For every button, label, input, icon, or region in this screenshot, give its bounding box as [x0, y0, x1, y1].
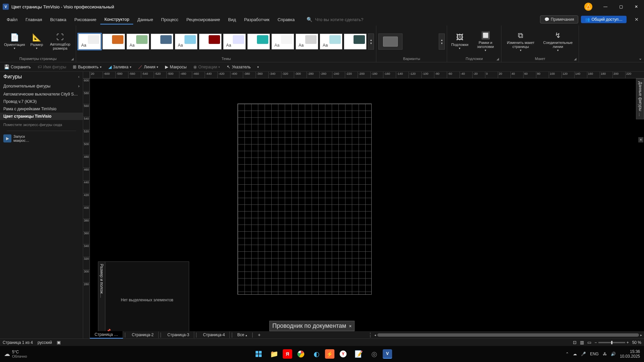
variants-more-button[interactable]: ▴▾ — [439, 34, 445, 50]
shape-data-panel-tab[interactable]: Данные фигуры … — [636, 78, 644, 119]
borders-button[interactable]: 🔲 Рамки и заголовки ▾ — [472, 30, 499, 53]
tell-me-search[interactable]: 🔍 — [307, 17, 382, 22]
size-button[interactable]: 📐 Размер ▾ — [28, 32, 45, 51]
pointer-button[interactable]: ↖Указатель — [225, 64, 252, 70]
connectors-button[interactable]: ↯ Соединительные линии ▾ — [539, 30, 577, 53]
theme-thumb-8[interactable]: Аа — [271, 34, 294, 50]
menu-design[interactable]: Конструктор — [100, 15, 133, 24]
page-tab-2[interactable]: Страница-2 — [127, 331, 159, 338]
file-explorer-icon[interactable]: 📁 — [267, 347, 281, 361]
onedrive-icon[interactable]: ☁ — [573, 352, 577, 356]
theme-thumb-9[interactable]: Аа — [296, 34, 318, 50]
align-button[interactable]: ⊞Выровнять▾ — [71, 64, 103, 70]
app-icon-2[interactable]: ⚡ — [325, 349, 334, 359]
all-pages-button[interactable]: Все ▴ — [234, 331, 251, 338]
macros-button[interactable]: ▶Макросы — [164, 64, 188, 70]
notepad-icon[interactable]: 📝 — [352, 347, 365, 361]
menu-file[interactable]: Файл — [3, 15, 21, 24]
ruler-corner[interactable] — [83, 72, 90, 78]
menu-help[interactable]: Справка — [273, 15, 299, 24]
layout-dialog-launcher[interactable]: ◢ — [574, 57, 577, 61]
stencil-shape-macro[interactable]: ▶ Запуск макрос… — [0, 132, 83, 144]
page-tab-3[interactable]: Страница-3 — [163, 331, 194, 338]
theme-thumb-6[interactable]: Аа — [223, 34, 246, 50]
orientation-button[interactable]: 📄 Ориентация ▾ — [2, 32, 27, 51]
menu-process[interactable]: Процесс — [157, 15, 182, 24]
weather-widget[interactable]: ☁ 5°C Облачно — [4, 350, 27, 358]
scroll-right-button[interactable]: ▸ — [640, 333, 643, 337]
fit-window-icon[interactable]: ⊡ — [573, 340, 577, 345]
start-button[interactable] — [252, 347, 265, 361]
fit-page-icon[interactable]: ▥ — [580, 340, 584, 345]
drawing-canvas[interactable]: Размер и полож… Нет выделенных элементов… — [90, 78, 644, 339]
app-icon-3[interactable]: ◎ — [367, 347, 381, 361]
drawing-page[interactable] — [237, 104, 372, 295]
size-pane-title[interactable]: Размер и полож… — [98, 262, 105, 338]
toolbar-more-button[interactable]: ▾ — [256, 65, 260, 69]
minimize-button[interactable]: — — [598, 0, 613, 13]
language-status[interactable]: русский — [38, 340, 52, 345]
maximize-button[interactable]: ▢ — [613, 0, 629, 13]
horizontal-scrollbar[interactable]: ⋮ ◂ ▸ — [368, 332, 643, 338]
share-button[interactable]: 👥 Общий доступ… — [581, 16, 627, 23]
close-button[interactable]: ✕ — [629, 0, 644, 13]
autofit-button[interactable]: ⛶ Автоподбор размера — [46, 32, 74, 52]
stencil-item-2[interactable]: Рама с динрейками TimVisio — [0, 105, 83, 113]
backgrounds-button[interactable]: 🖼 Подложки ▾ — [449, 32, 470, 51]
page-tab-1[interactable]: Страница … — [90, 331, 123, 339]
visio-taskbar-icon[interactable]: V — [383, 349, 392, 359]
clock[interactable]: 15:36 10.03.2025 — [620, 349, 640, 359]
tray-expand-icon[interactable]: ⌃ — [566, 352, 569, 356]
add-page-button[interactable]: + — [255, 331, 264, 339]
search-input[interactable] — [315, 17, 382, 22]
menu-developer[interactable]: Разработчик — [240, 15, 274, 24]
ribbon-collapse-button[interactable]: ⌄ — [639, 56, 642, 61]
theme-thumb-10[interactable]: Аа — [320, 34, 342, 50]
theme-thumb-1[interactable]: Аа — [102, 34, 125, 50]
menu-insert[interactable]: Вставка — [46, 15, 70, 24]
close-ribbon-button[interactable]: ✕ — [632, 15, 641, 23]
presentation-icon[interactable]: ▭ — [587, 340, 591, 345]
menu-home[interactable]: Главная — [21, 15, 46, 24]
doc-explorer-close-button[interactable]: × — [349, 323, 352, 329]
scrollbar-grip-icon[interactable]: ⋮ — [368, 332, 373, 338]
page-setup-dialog-launcher[interactable]: ◢ — [71, 57, 74, 61]
app-icon-1[interactable]: ◐ — [310, 347, 323, 361]
horizontal-ruler[interactable]: 20-600-580-560-540-520-500-480-460-440-4… — [90, 72, 644, 78]
scrollbar-track[interactable] — [377, 333, 639, 337]
theme-thumb-0[interactable]: Аа — [78, 34, 101, 50]
theme-thumb-4[interactable]: Аа — [175, 34, 198, 50]
vertical-ruler[interactable]: 6005805605405205004804604404204003803603… — [83, 78, 90, 339]
line-button[interactable]: ／Линия▾ — [137, 63, 160, 71]
network-icon[interactable]: 🖧 — [603, 352, 607, 356]
menu-draw[interactable]: Рисование — [70, 15, 100, 24]
menu-review[interactable]: Рецензирование — [182, 15, 224, 24]
menu-view[interactable]: Вид — [224, 15, 240, 24]
yandex-browser-icon[interactable]: Y — [336, 347, 350, 361]
yandex-icon[interactable]: Я — [283, 349, 292, 359]
zoom-slider[interactable]: − + — [595, 340, 629, 345]
document-explorer-window[interactable]: Проводник по документам × — [269, 321, 355, 331]
chrome-icon[interactable] — [294, 347, 308, 361]
stencil-item-3[interactable]: Цвет страницы TimVisio — [0, 113, 83, 120]
user-avatar[interactable] — [584, 3, 592, 11]
volume-icon[interactable]: 🔊 — [611, 352, 616, 356]
stencil-item-0[interactable]: Автоматические выключатели City9 Sy… — [0, 90, 83, 98]
theme-thumb-3[interactable]: Аа — [151, 34, 173, 50]
page-tab-4[interactable]: Страница-4 — [198, 331, 230, 338]
stencil-item-1[interactable]: Провод v.7 (ЮКЭ) — [0, 98, 83, 105]
save-button[interactable]: 💾Сохранить — [3, 64, 32, 70]
language-indicator[interactable]: ENG — [590, 352, 599, 356]
variant-thumb[interactable] — [378, 34, 402, 50]
theme-thumb-11[interactable]: Аа — [344, 34, 367, 50]
zoom-in-button[interactable]: + — [627, 340, 629, 345]
theme-thumb-2[interactable]: Аа — [126, 34, 149, 50]
theme-thumb-5[interactable]: Аа — [199, 34, 222, 50]
backgrounds-dialog-launcher[interactable]: ◢ — [496, 57, 499, 61]
zoom-thumb[interactable] — [611, 341, 612, 344]
more-shapes-button[interactable]: Дополнительные фигуры › — [0, 82, 83, 90]
page-count-status[interactable]: Страница 1 из 4 — [3, 340, 33, 345]
themes-more-button[interactable]: ▴▾ — [368, 34, 374, 50]
menu-data[interactable]: Данные — [133, 15, 157, 24]
zoom-track[interactable] — [598, 342, 625, 343]
